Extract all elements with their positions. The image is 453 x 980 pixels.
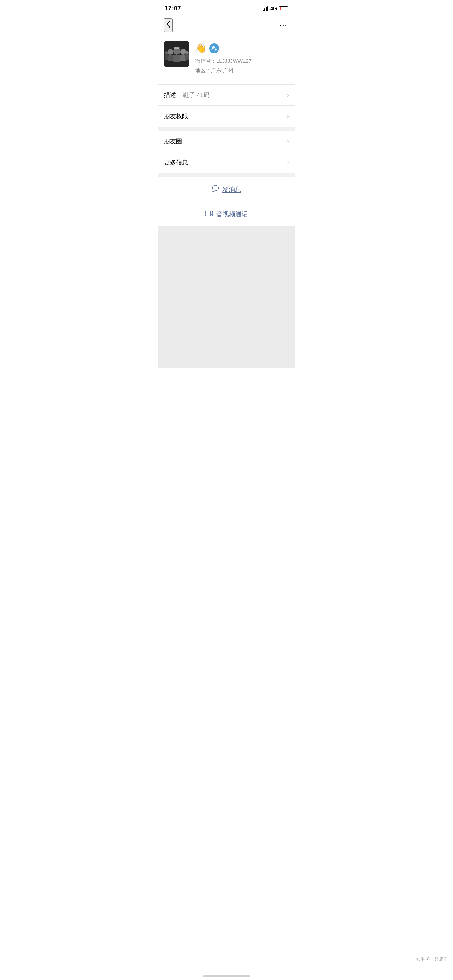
chevron-right-icon: ›	[287, 113, 289, 120]
menu-item-left: 朋友圈	[164, 137, 182, 145]
menu-item-more-info[interactable]: 更多信息 ›	[158, 152, 295, 173]
status-icons: 4G	[263, 6, 288, 11]
menu-label-friend-permission: 朋友权限	[164, 112, 188, 120]
status-time: 17:07	[165, 5, 181, 12]
nav-bar: ···	[158, 15, 295, 36]
signal-icon	[263, 6, 269, 11]
action-video-call[interactable]: 音视频通话	[158, 202, 295, 226]
menu-item-description[interactable]: 描述 鞋子 41码 ›	[158, 84, 295, 106]
chevron-right-icon: ›	[287, 138, 289, 145]
menu-item-left: 朋友权限	[164, 112, 188, 120]
menu-item-moments[interactable]: 朋友圈 ›	[158, 130, 295, 152]
network-type: 4G	[270, 6, 277, 11]
svg-rect-13	[164, 41, 189, 67]
chevron-right-icon: ›	[287, 159, 289, 166]
actions-section: 发消息 音视频通话	[158, 177, 295, 226]
video-call-label[interactable]: 音视频通话	[216, 210, 248, 218]
chevron-right-icon: ›	[287, 91, 289, 99]
menu-label-more-info: 更多信息	[164, 158, 188, 167]
region: 地区：广东 广州	[195, 67, 289, 75]
profile-info: 👋 微信号：LLJJJJWW127 地区：广东 广州	[195, 41, 289, 76]
action-send-message[interactable]: 发消息	[158, 177, 295, 202]
menu-item-left: 更多信息	[164, 158, 188, 167]
menu-section-1: 描述 鞋子 41码 › 朋友权限 ›	[158, 84, 295, 127]
avatar	[164, 41, 189, 67]
menu-label-description: 描述	[164, 91, 176, 99]
wave-emoji: 👋	[195, 43, 207, 54]
battery-icon	[279, 6, 288, 11]
chat-icon	[212, 185, 219, 194]
profile-section: 👋 微信号：LLJJJJWW127 地区：广东 广州	[158, 36, 295, 84]
add-friend-icon[interactable]	[209, 43, 219, 53]
avatar-image	[164, 41, 189, 67]
menu-label-moments: 朋友圈	[164, 137, 182, 145]
wechat-id: 微信号：LLJJJJWW127	[195, 57, 289, 65]
menu-item-left: 描述 鞋子 41码	[164, 91, 210, 99]
more-button[interactable]: ···	[278, 20, 289, 31]
video-call-icon	[205, 210, 213, 218]
section-divider	[158, 127, 295, 130]
svg-rect-15	[205, 211, 211, 216]
menu-item-friend-permission[interactable]: 朋友权限 ›	[158, 106, 295, 127]
gray-area	[158, 226, 295, 368]
menu-value-description: 鞋子 41码	[183, 91, 210, 99]
back-button[interactable]	[164, 18, 173, 32]
send-message-label[interactable]: 发消息	[222, 185, 241, 194]
section-divider-2	[158, 173, 295, 177]
menu-section-2: 朋友圈 › 更多信息 ›	[158, 130, 295, 173]
profile-icons-row: 👋	[195, 43, 289, 54]
status-bar: 17:07 4G	[158, 0, 295, 15]
